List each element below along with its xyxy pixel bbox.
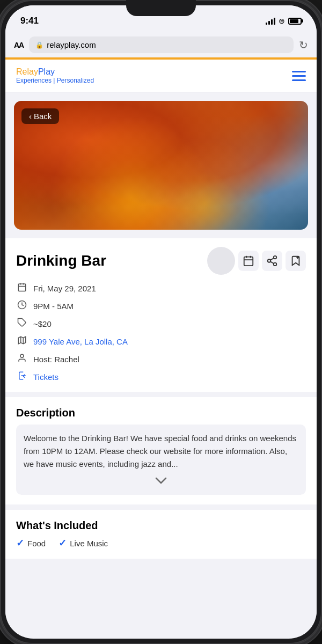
svg-point-4 (274, 256, 277, 259)
event-actions (207, 247, 306, 275)
svg-marker-17 (18, 336, 26, 344)
description-title: Description (16, 407, 306, 419)
event-host: Host: Rachel (33, 355, 79, 364)
notch (126, 0, 196, 16)
phone-screen: 9:41 ⊜ AA 🔒 relayplay.com ↻ (5, 5, 317, 639)
address-row: 999 Yale Ave, La Jolla, CA (16, 335, 306, 348)
event-address[interactable]: 999 Yale Ave, La Jolla, CA (33, 337, 128, 346)
included-items-list: ✓ Food ✓ Live Music (16, 537, 306, 549)
event-title: Drinking Bar (16, 252, 106, 269)
hamburger-line-3 (292, 79, 306, 81)
music-label: Live Music (70, 539, 108, 548)
bookmark-icon (290, 255, 302, 267)
svg-rect-0 (244, 257, 253, 266)
bookmark-action-button[interactable] (286, 251, 306, 271)
svg-point-6 (274, 263, 277, 266)
event-price: ~$20 (33, 319, 52, 328)
logo-play: Play (38, 67, 55, 76)
food-label: Food (27, 539, 46, 548)
battery-icon (288, 18, 302, 25)
svg-line-7 (270, 261, 274, 264)
hamburger-line-2 (292, 75, 306, 77)
url-text: relayplay.com (47, 40, 96, 49)
chevron-down-icon (155, 477, 167, 485)
logo-title: RelayPlay (16, 67, 94, 77)
clock-info-icon (16, 300, 28, 312)
food-check-icon: ✓ (16, 537, 24, 549)
lock-icon: 🔒 (35, 41, 43, 49)
main-content: ‹ Back Drinking Bar (5, 92, 317, 636)
time-row: 9PM - 5AM (16, 300, 306, 312)
event-time: 9PM - 5AM (33, 302, 74, 311)
calendar-action-button[interactable] (238, 251, 259, 271)
description-box: Welcome to the Drinking Bar! We have spe… (16, 425, 306, 495)
logo-relay: Relay (16, 67, 38, 76)
date-row: Fri, May 29, 2021 (16, 282, 306, 295)
tickets-link[interactable]: Tickets (33, 372, 58, 382)
price-info-icon (16, 318, 28, 330)
app-header: RelayPlay Experiences | Personalized (5, 60, 317, 92)
share-icon (266, 255, 278, 267)
tickets-info-icon (16, 371, 28, 383)
back-button[interactable]: ‹ Back (21, 108, 59, 124)
description-text: Welcome to the Drinking Bar! We have spe… (24, 432, 298, 471)
status-time: 9:41 (20, 16, 39, 26)
hamburger-line-1 (292, 71, 306, 72)
tickets-row: Tickets (16, 371, 306, 383)
price-row: ~$20 (16, 318, 306, 330)
description-section: Description Welcome to the Drinking Bar!… (5, 397, 317, 504)
back-label: Back (34, 112, 52, 121)
calendar-info-icon (16, 282, 28, 295)
map-info-icon (16, 335, 28, 348)
host-row: Host: Rachel (16, 353, 306, 365)
browser-aa-button[interactable]: AA (14, 41, 24, 49)
svg-line-8 (270, 258, 274, 260)
whats-included-title: What's Included (16, 519, 306, 532)
hamburger-menu[interactable] (292, 71, 306, 81)
logo-subtitle: Experiences | Personalized (16, 77, 94, 84)
event-image-container: ‹ Back (14, 101, 308, 230)
browser-bar: AA 🔒 relayplay.com ↻ (5, 32, 317, 57)
event-avatar (207, 247, 235, 275)
svg-rect-11 (18, 284, 26, 291)
event-date: Fri, May 29, 2021 (33, 284, 96, 293)
included-item-food: ✓ Food (16, 537, 46, 549)
person-info-icon (16, 353, 28, 365)
calendar-icon (243, 255, 254, 267)
expand-description-button[interactable] (24, 476, 298, 487)
svg-point-20 (20, 354, 24, 357)
wifi-icon: ⊜ (279, 17, 285, 25)
logo: RelayPlay Experiences | Personalized (16, 67, 94, 84)
whats-included-section: What's Included ✓ Food ✓ Live Music (5, 510, 317, 559)
event-title-row: Drinking Bar (16, 247, 306, 275)
back-chevron: ‹ (29, 112, 32, 121)
phone-frame: 9:41 ⊜ AA 🔒 relayplay.com ↻ (0, 0, 322, 644)
music-check-icon: ✓ (58, 537, 67, 549)
included-item-music: ✓ Live Music (58, 537, 108, 549)
url-bar[interactable]: 🔒 relayplay.com (29, 36, 294, 53)
event-details: Drinking Bar (5, 238, 317, 392)
svg-point-5 (268, 259, 271, 262)
signal-icon (266, 17, 275, 25)
refresh-button[interactable]: ↻ (299, 39, 308, 52)
event-info-list: Fri, May 29, 2021 9PM - 5AM ~$20 (16, 282, 306, 383)
status-icons: ⊜ (266, 17, 302, 25)
share-action-button[interactable] (262, 251, 282, 271)
